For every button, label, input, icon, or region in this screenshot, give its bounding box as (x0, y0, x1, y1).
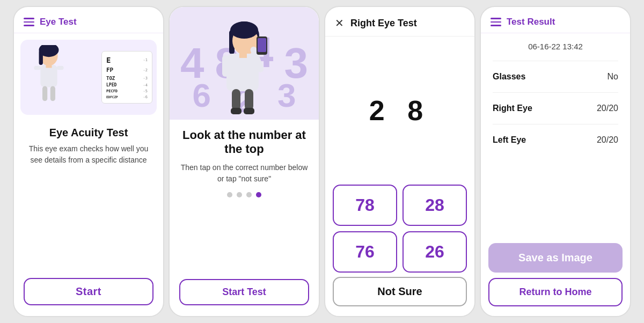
divider-1 (493, 61, 618, 61)
svg-rect-5 (57, 66, 64, 70)
choice-78[interactable]: 78 (333, 185, 397, 226)
screen4-footer: Save as Image Return to Home (481, 243, 630, 316)
screen2-card: 4 8 4 3 6 2 3 (169, 6, 320, 317)
eye-acuity-title: Eye Acuity Test (49, 127, 128, 139)
screen2-footer: Start Test (170, 271, 319, 316)
screen1-card: Eye Test E-1 (13, 6, 164, 317)
choice-26[interactable]: 26 (402, 231, 467, 273)
screen3-header: ✕ Right Eye Test (325, 7, 474, 36)
screen4-card: Test Result 06-16-22 13:42 Glasses No Ri… (480, 6, 631, 317)
eye-chart: E-1 FP-2 TOZ-3 LPED-4 PECFD-5 EDFCZP-6 (101, 51, 152, 104)
screens-container: Eye Test E-1 (8, 0, 636, 323)
eye-acuity-desc: This eye exam checks how well you see de… (24, 143, 153, 166)
glasses-row: Glasses No (493, 72, 618, 82)
dot-1[interactable] (227, 192, 232, 197)
svg-rect-6 (46, 64, 52, 68)
left-eye-label: Left Eye (493, 135, 526, 145)
right-eye-label: Right Eye (493, 104, 532, 113)
svg-rect-7 (42, 86, 47, 101)
choice-buttons: 78 28 76 26 (325, 185, 474, 277)
right-eye-row: Right Eye 20/20 (493, 104, 618, 113)
svg-rect-15 (222, 55, 229, 77)
svg-rect-8 (50, 86, 55, 101)
right-eye-value: 20/20 (597, 104, 618, 113)
screen1-content: Eye Acuity Test This eye exam checks how… (14, 121, 163, 270)
glasses-label: Glasses (493, 72, 525, 82)
dot-4[interactable] (256, 192, 261, 197)
result-title: Test Result (507, 17, 555, 27)
instruction-heading: Look at the number at the top (180, 128, 308, 157)
start-test-button[interactable]: Start Test (179, 279, 309, 305)
dot-3[interactable] (246, 192, 252, 197)
svg-rect-2 (39, 50, 43, 65)
svg-rect-22 (244, 108, 254, 114)
hamburger-icon[interactable] (24, 18, 34, 26)
screen4-content: 06-16-22 13:42 Glasses No Right Eye 20/2… (481, 33, 630, 243)
screen3-title: Right Eye Test (350, 18, 417, 29)
result-date: 06-16-22 13:42 (493, 42, 618, 51)
save-image-button[interactable]: Save as Image (488, 243, 623, 273)
svg-rect-21 (231, 108, 241, 114)
svg-point-12 (230, 21, 258, 39)
svg-rect-19 (232, 89, 240, 111)
pagination-dots (227, 192, 261, 197)
screen4-header: Test Result (481, 7, 630, 33)
screen1-header: Eye Test (14, 7, 163, 33)
screen1-hero: E-1 FP-2 TOZ-3 LPED-4 PECFD-5 EDFCZP-6 (20, 40, 157, 115)
svg-rect-4 (34, 66, 41, 70)
test-number: 2 8 (369, 94, 430, 127)
not-sure-button[interactable]: Not Sure (333, 277, 467, 306)
divider-3 (493, 124, 618, 124)
choice-28[interactable]: 28 (402, 185, 467, 226)
dot-2[interactable] (237, 192, 242, 197)
svg-rect-18 (239, 53, 247, 58)
close-icon[interactable]: ✕ (335, 17, 344, 30)
svg-rect-3 (40, 65, 57, 87)
svg-rect-17 (258, 38, 266, 52)
person2-illustration (209, 20, 279, 120)
person-illustration (25, 45, 73, 109)
screen3-card: ✕ Right Eye Test 2 8 78 28 76 26 Not Sur… (324, 6, 475, 317)
screen2-content: Look at the number at the top Then tap o… (170, 120, 319, 271)
hamburger-icon-2[interactable] (491, 18, 501, 26)
left-eye-row: Left Eye 20/20 (493, 135, 618, 145)
glasses-value: No (608, 72, 618, 82)
number-display-area: 2 8 (325, 36, 474, 185)
return-home-button[interactable]: Return to Home (488, 278, 623, 306)
divider-2 (493, 92, 618, 93)
app-title: Eye Test (40, 17, 77, 27)
start-button[interactable]: Start (24, 278, 153, 305)
screen2-hero: 4 8 4 3 6 2 3 (170, 7, 319, 120)
screen1-footer: Start (14, 270, 163, 316)
left-eye-value: 20/20 (597, 135, 618, 145)
choice-76[interactable]: 76 (333, 231, 397, 273)
svg-rect-20 (245, 89, 253, 111)
instruction-subtext: Then tap on the correct number below or … (180, 162, 308, 185)
